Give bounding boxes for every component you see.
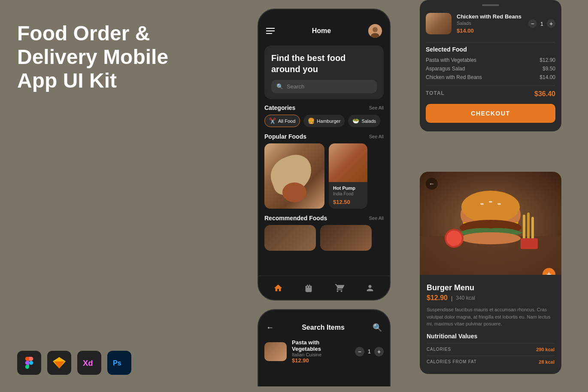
burger-hero-svg bbox=[420, 172, 561, 275]
popular-header: Popular Foods See All bbox=[258, 133, 390, 140]
qty-control: − 1 + bbox=[528, 19, 555, 28]
nutrition-row-2: Calories from Fat 28 kcal bbox=[427, 356, 555, 368]
header-title: Home bbox=[312, 27, 331, 35]
svg-rect-14 bbox=[523, 215, 525, 240]
burger-separator: | bbox=[451, 295, 452, 301]
svg-rect-15 bbox=[527, 213, 530, 240]
phone-notch bbox=[303, 9, 346, 19]
qty-decrease-btn[interactable]: − bbox=[528, 19, 537, 28]
svg-point-13 bbox=[461, 232, 521, 244]
search-qty-increase[interactable]: + bbox=[374, 347, 384, 356]
nav-cart[interactable] bbox=[335, 283, 344, 293]
category-hamburger[interactable]: 🍔 Hamburger bbox=[303, 115, 345, 127]
hero-section: Find the best food around you 🔍 Search bbox=[264, 46, 384, 99]
food-card-1[interactable]: Oatmeal Mushroom Rice Thai Food $16.00 + bbox=[264, 143, 324, 209]
svg-text:Ps: Ps bbox=[113, 359, 121, 367]
burger-card: ← + Burger Menu $12.90 | 340 kcal Suspen… bbox=[420, 172, 561, 374]
app-header: Home bbox=[258, 19, 390, 42]
hamburger-icon: 🍔 bbox=[308, 118, 315, 124]
nutrition-row-1: CALORIES 290 kcal bbox=[427, 343, 555, 356]
search-thumb-img bbox=[264, 342, 287, 361]
checkout-top-item: Chicken with Red Beans Salads $14.00 − 1… bbox=[420, 9, 561, 39]
search-result-cuisine-1: Italian Cuisine bbox=[292, 352, 350, 357]
popular-row: Oatmeal Mushroom Rice Thai Food $16.00 +… bbox=[258, 143, 390, 209]
search-search-icon[interactable]: 🔍 bbox=[373, 323, 382, 332]
search-qty-value: 1 bbox=[368, 348, 371, 355]
sketch-icon bbox=[47, 351, 71, 375]
nutrition-label-1: CALORIES bbox=[427, 347, 451, 352]
rec-card-1[interactable] bbox=[264, 225, 316, 251]
svg-point-8 bbox=[461, 191, 520, 223]
nav-orders[interactable] bbox=[304, 283, 313, 293]
nav-profile[interactable] bbox=[365, 283, 375, 293]
order-item-2: Asparagus Salad $9.50 bbox=[426, 66, 555, 72]
burger-desc: Suspendisse faucibus mauris et accumsan … bbox=[427, 306, 555, 328]
categories-title: Categories bbox=[264, 104, 295, 111]
search-screen-title: Search Items bbox=[302, 324, 345, 331]
main-title: Food Order & Delivery Mobile App UI Kit bbox=[17, 21, 197, 93]
phone-search: ← Search Items 🔍 Pasta with Vegetables I… bbox=[258, 309, 391, 386]
svg-point-3 bbox=[373, 27, 378, 32]
burger-price: $12.90 bbox=[427, 294, 448, 302]
title-line2: Delivery Mobile bbox=[17, 46, 168, 68]
search-result-info-1: Pasta with Vegetables Italian Cuisine $1… bbox=[292, 339, 350, 364]
checkout-thumb bbox=[426, 13, 452, 34]
checkout-food-name: Chicken with Red Beans bbox=[457, 13, 523, 20]
search-back-icon[interactable]: ← bbox=[266, 323, 274, 332]
order-item-name-3: Chicken with Red Beans bbox=[426, 74, 482, 80]
food-price-row-2: $12.50 bbox=[333, 199, 363, 205]
left-section: Food Order & Delivery Mobile App UI Kit bbox=[17, 21, 197, 101]
all-food-icon: ✂️ bbox=[269, 118, 276, 124]
burger-price-row: $12.90 | 340 kcal bbox=[427, 294, 555, 302]
burger-kcal: 340 kcal bbox=[456, 295, 475, 301]
checkout-thumb-img bbox=[426, 13, 452, 34]
categories-see-all[interactable]: See All bbox=[369, 105, 384, 110]
figma-icon bbox=[17, 351, 41, 375]
burger-name: Burger Menu bbox=[427, 283, 555, 292]
rec-card-img-1 bbox=[264, 225, 316, 251]
order-item-price-1: $12.90 bbox=[540, 57, 555, 63]
back-arrow-btn[interactable]: ← bbox=[426, 178, 438, 190]
svg-point-19 bbox=[446, 231, 462, 246]
search-result-item-1[interactable]: Pasta with Vegetables Italian Cuisine $1… bbox=[258, 336, 390, 367]
rec-card-2[interactable] bbox=[320, 225, 372, 251]
divider bbox=[426, 42, 555, 43]
checkout-card: Chicken with Red Beans Salads $14.00 − 1… bbox=[420, 0, 561, 131]
order-total-label: TOTAL bbox=[426, 90, 445, 98]
search-result-thumb-1 bbox=[264, 342, 287, 361]
menu-icon[interactable] bbox=[266, 28, 275, 34]
nav-home[interactable] bbox=[273, 283, 283, 293]
order-item-price-2: $9.50 bbox=[543, 66, 555, 72]
nutrition-value-1: 290 kcal bbox=[536, 347, 555, 352]
search-box[interactable]: 🔍 Search bbox=[271, 80, 377, 93]
svg-rect-17 bbox=[521, 238, 538, 249]
order-total: TOTAL $36.40 bbox=[426, 85, 555, 98]
search-icon: 🔍 bbox=[276, 83, 283, 90]
food-card-img-2 bbox=[329, 143, 367, 182]
food-card-body-2: Hot Pump India Food $12.50 bbox=[329, 182, 367, 209]
search-result-name-1: Pasta with Vegetables bbox=[292, 339, 350, 352]
bottom-nav bbox=[258, 276, 390, 300]
recommended-see-all[interactable]: See All bbox=[369, 216, 384, 221]
qty-increase-btn[interactable]: + bbox=[547, 19, 555, 28]
phone-main: Home Find the best food around you 🔍 Sea… bbox=[258, 9, 391, 301]
category-salads[interactable]: 🥗 Salads bbox=[348, 115, 380, 127]
food-cuisine-2: India Food bbox=[333, 191, 363, 196]
avatar[interactable] bbox=[368, 24, 382, 38]
rec-card-img-2 bbox=[320, 225, 372, 251]
hamburger-label: Hamburger bbox=[317, 119, 340, 124]
popular-see-all[interactable]: See All bbox=[369, 134, 384, 139]
food-card-2[interactable]: Hot Pump India Food $12.50 bbox=[329, 143, 367, 209]
category-all-food[interactable]: ✂️ All Food bbox=[264, 115, 300, 127]
checkout-button[interactable]: checKout bbox=[426, 104, 555, 123]
order-item-name-1: Pasta with Vegetables bbox=[426, 57, 476, 63]
search-qty-decrease[interactable]: − bbox=[355, 347, 364, 356]
recommended-row bbox=[258, 225, 390, 251]
recommended-header: Recommended Foods See All bbox=[258, 215, 390, 222]
categories-header: Categories See All bbox=[258, 104, 390, 111]
popular-title: Popular Foods bbox=[264, 133, 306, 140]
ps-icon: Ps bbox=[107, 351, 131, 375]
burger-info: Burger Menu $12.90 | 340 kcal Suspendiss… bbox=[420, 275, 561, 374]
svg-rect-16 bbox=[531, 217, 534, 240]
selected-food-section: Selected Food Pasta with Vegetables $12.… bbox=[420, 46, 561, 98]
